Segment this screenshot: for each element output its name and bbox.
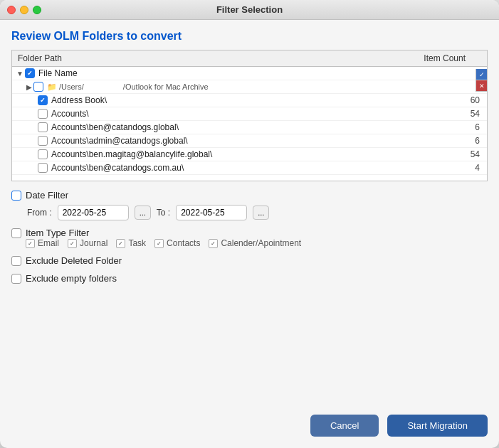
row-checkbox[interactable] (33, 82, 43, 92)
row-checkbox[interactable] (25, 68, 35, 78)
from-label: From : (27, 208, 52, 218)
row-checkbox[interactable] (38, 149, 48, 159)
date-filter-label: Date Filter (26, 190, 68, 201)
minimize-button[interactable] (20, 6, 28, 14)
row-count: 4 (456, 163, 484, 173)
item-type-filter-label: Item Type Filter (26, 228, 89, 238)
item-type-task[interactable]: Task (116, 238, 146, 248)
col-count-header: Item Count (424, 53, 466, 63)
exclude-empty-row[interactable]: Exclude empty folders (11, 273, 488, 284)
contacts-label: Contacts (167, 238, 200, 248)
from-date-input[interactable] (58, 205, 129, 220)
to-label: To : (157, 208, 170, 218)
row-count: 54 (456, 109, 484, 119)
row-checkbox[interactable] (38, 163, 48, 173)
row-count: 6 (456, 136, 484, 146)
exclude-deleted-row[interactable]: Exclude Deleted Folder (11, 255, 488, 266)
window-controls (7, 6, 41, 14)
from-date-browse-button[interactable]: ... (135, 206, 151, 220)
table-row[interactable]: Accounts\ 54 (12, 107, 487, 121)
row-checkbox[interactable] (38, 136, 48, 146)
item-type-options: Email Journal Task Contacts (26, 238, 488, 248)
row-count: 60 (456, 95, 484, 105)
item-type-filter-section: Item Type Filter Email Journal Task (11, 228, 488, 248)
window-title: Filter Selection (216, 4, 283, 15)
scroll-check-button[interactable]: ✓ (476, 69, 488, 80)
section-title: Review OLM Folders to convert (11, 30, 488, 43)
folder-table: Folder Path Item Count ▼ File Name ▶ � (11, 50, 488, 181)
table-row[interactable]: ▼ File Name (12, 67, 487, 80)
col-path-header: Folder Path (18, 53, 62, 63)
maximize-button[interactable] (33, 6, 41, 14)
table-row[interactable]: Accounts\admin@catandogs.global\ 6 (12, 134, 487, 148)
row-label: Accounts\ben.magitag@balancylife.global\ (51, 149, 212, 159)
start-migration-button[interactable]: Start Migration (387, 415, 488, 437)
table-row[interactable]: Accounts\ben@catandogs.global\ 6 (12, 121, 487, 134)
cancel-button[interactable]: Cancel (310, 415, 379, 437)
table-header: Folder Path Item Count (12, 50, 487, 67)
exclude-deleted-checkbox[interactable] (11, 256, 21, 266)
row-label: Accounts\admin@catandogs.global\ (51, 136, 188, 146)
item-type-contacts[interactable]: Contacts (154, 238, 200, 248)
chevron-icon: ▶ (26, 83, 32, 91)
table-row[interactable]: ▶ 📁 /Users/ /Outlook for Mac Archive (12, 80, 487, 94)
date-range-row: From : ... To : ... (27, 205, 488, 220)
journal-checkbox[interactable] (68, 239, 77, 248)
row-count: 6 (456, 122, 484, 132)
chevron-icon: ▼ (16, 70, 23, 78)
calendar-checkbox[interactable] (209, 239, 218, 248)
date-filter-section: Date Filter From : ... To : ... (11, 190, 488, 220)
date-filter-row: Date Filter (11, 190, 488, 201)
exclude-empty-checkbox[interactable] (11, 274, 21, 284)
titlebar: Filter Selection (0, 0, 499, 20)
table-row[interactable]: Accounts\ben.magitag@balancylife.global\… (12, 148, 487, 161)
item-type-journal[interactable]: Journal (68, 238, 107, 248)
exclude-empty-label: Exclude empty folders (26, 273, 117, 284)
row-label: Accounts\ben@catandogs.global\ (51, 122, 179, 132)
row-checkbox[interactable] (38, 95, 48, 105)
exclude-deleted-label: Exclude Deleted Folder (26, 255, 122, 266)
date-filter-checkbox[interactable] (11, 191, 21, 201)
item-type-filter-row: Item Type Filter (11, 228, 488, 238)
scroll-x-button[interactable]: ✕ (476, 80, 488, 92)
row-checkbox[interactable] (38, 122, 48, 132)
task-checkbox[interactable] (116, 239, 125, 248)
task-label: Task (128, 238, 146, 248)
scrollbar-controls: ✓ ✕ (476, 69, 487, 92)
content-area: Review OLM Folders to convert Folder Pat… (0, 20, 499, 448)
item-type-calendar[interactable]: Calender/Apointment (209, 238, 301, 248)
to-date-input[interactable] (176, 205, 247, 220)
table-row[interactable]: Accounts\ben@catandogs.com.au\ 4 (12, 161, 487, 175)
row-label: File Name (38, 68, 78, 78)
calendar-label: Calender/Apointment (221, 238, 301, 248)
main-window: Filter Selection Review OLM Folders to c… (0, 0, 499, 448)
table-row[interactable]: Address Book\ 60 (12, 94, 487, 107)
item-type-email[interactable]: Email (26, 238, 59, 248)
table-body[interactable]: ▼ File Name ▶ 📁 /Users/ /Outlook for Mac… (12, 67, 487, 178)
folder-icon: 📁 (47, 82, 57, 92)
row-label: Accounts\ben@catandogs.com.au\ (51, 163, 184, 173)
email-label: Email (38, 238, 59, 248)
row-checkbox[interactable] (38, 109, 48, 119)
to-date-browse-button[interactable]: ... (253, 206, 269, 220)
footer: Cancel Start Migration (11, 400, 488, 437)
row-count: 54 (456, 149, 484, 159)
close-button[interactable] (7, 6, 16, 14)
journal-label: Journal (80, 238, 107, 248)
item-type-filter-checkbox[interactable] (11, 228, 21, 238)
row-label: Address Book\ (51, 95, 107, 105)
email-checkbox[interactable] (26, 239, 35, 248)
row-label: Accounts\ (51, 109, 89, 119)
filters-section: Date Filter From : ... To : ... Item Typ… (11, 190, 488, 284)
contacts-checkbox[interactable] (154, 239, 164, 248)
row-label: /Users/ /Outlook for Mac Archive (59, 82, 209, 91)
